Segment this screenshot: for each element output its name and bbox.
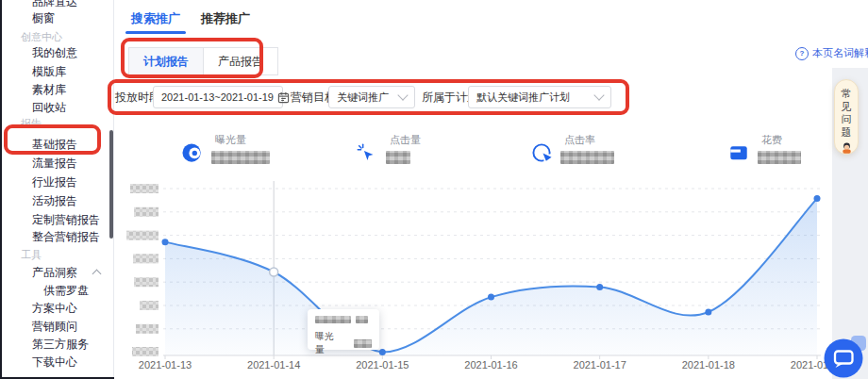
metric-label: 花费 [761,133,782,147]
y-axis-label-censored [130,184,159,193]
sidebar-item-橱窗[interactable]: 橱窗 [0,9,113,26]
tab-搜索推广[interactable]: 搜索推广 [127,0,184,38]
sidebar-item-基础报告[interactable]: 基础报告 [0,136,113,153]
metric-value-censored [386,151,410,164]
sidebar-item-label: 整合营销报告 [32,228,100,245]
sidebar-scrollbar[interactable] [109,130,113,239]
sidebar-item-label: 产品洞察 [32,264,77,281]
date-range-value: 2021-01-13~2021-01-19 [161,91,274,103]
series-area-fill [165,199,817,355]
sidebar-item-label: 下载中心 [32,354,77,371]
chevron-up-icon [92,270,102,279]
ctr-icon [531,142,552,163]
sidebar-item-label: 定制营销报告 [32,211,100,228]
sidebar-item-label: 创意中心 [21,28,62,45]
faq-tab-char: 见 [842,101,852,114]
y-axis-label-censored [133,254,159,263]
chat-bubble-icon [823,336,868,379]
marketing-goal-select[interactable]: 关键词推广 [328,86,415,108]
chevron-down-icon [397,90,408,100]
tooltip-metric-label: 曝光量 [315,330,342,356]
metric-label: 点击率 [564,133,595,147]
plan-select[interactable]: 默认关键词推广计划 [468,86,611,108]
y-axis-label-censored [134,277,159,287]
sidebar-item-第三方服务[interactable]: 第三方服务 [0,336,113,353]
chart-tooltip: 曝光量 [308,309,379,350]
sidebar-item-定制营销报告[interactable]: 定制营销报告 [0,211,113,228]
metric-value-censored [758,151,801,164]
sidebar-item-label: 活动报告 [32,192,77,209]
chat-bubble-button[interactable] [823,336,868,379]
sidebar-item-label: 我的创意 [32,44,77,61]
metric-card-曝光量: 曝光量 [182,133,270,164]
sidebar-item-我的创意[interactable]: 我的创意 [0,44,113,61]
data-point[interactable] [379,349,386,355]
chevron-down-icon [593,90,604,100]
y-axis-label-censored [136,324,159,334]
glossary-link[interactable]: ? 本页名词解释 [795,46,868,60]
x-axis-label: 2021-01-17 [574,359,626,371]
question-circle-icon: ? [795,47,809,60]
sidebar-item-模版库[interactable]: 模版库 [0,63,113,80]
sidebar-section-报告: 报告 [0,115,113,132]
x-axis-label: 2021-01-16 [464,359,517,371]
sidebar-item-label: 行业报告 [32,173,77,190]
sidebar-item-回收站[interactable]: 回收站 [0,99,113,116]
sidebar-item-label: 模版库 [32,63,66,80]
data-point[interactable] [705,308,711,315]
sidebar-item-营销顾问[interactable]: 营销顾问 [0,318,113,335]
marketing-goal-value: 关键词推广 [337,91,393,105]
promotion-tabbar: 搜索推广推荐推广 [127,0,254,38]
y-axis-label-censored [126,231,159,240]
sidebar-item-素材库[interactable]: 素材库 [0,81,113,98]
plan-value: 默认关键词推广计划 [476,91,590,105]
tab-推荐推广[interactable]: 推荐推广 [197,0,254,38]
sidebar-item-label: 工具 [21,246,42,263]
clicks-icon [357,142,377,163]
x-axis-label: 2021-01-18 [682,359,735,371]
faq-tab-label: 常见问题 [842,88,852,139]
data-point[interactable] [488,294,494,301]
y-axis-label-censored [140,301,159,310]
data-point[interactable] [596,284,603,290]
y-axis-label-censored [134,207,159,217]
subtab-产品报告[interactable]: 产品报告 [203,47,278,75]
data-point[interactable] [814,195,821,202]
sidebar-nav: 品牌直达橱窗创意中心我的创意模版库素材库回收站报告基础报告流量报告行业报告活动报… [0,0,114,379]
x-axis-label: 2021-01-14 [247,359,300,371]
service-avatar-icon [839,141,855,154]
data-point-highlighted[interactable] [270,268,278,276]
exposure-icon [182,142,203,163]
faq-tab-char: 常 [842,88,852,101]
sidebar-item-label: 营销顾问 [32,318,77,335]
metric-card-花费: 花费 [728,133,801,164]
sidebar-item-label: 回收站 [32,99,66,116]
window-left-edge [0,0,2,379]
sidebar-item-label: 供需罗盘 [43,282,89,299]
sidebar-item-方案中心[interactable]: 方案中心 [0,300,113,317]
y-axis-label-censored [132,347,159,356]
trend-chart[interactable]: 2021-01-132021-01-142021-01-152021-01-16… [123,179,832,379]
sidebar-section-创意中心: 创意中心 [0,28,113,45]
sidebar-item-活动报告[interactable]: 活动报告 [0,192,113,209]
sidebar-item-产品洞察[interactable]: 产品洞察 [0,264,113,281]
sidebar-item-下载中心[interactable]: 下载中心 [0,354,113,371]
faq-floating-tab[interactable]: 常见问题 [834,79,859,155]
x-axis-label: 2021-01-13 [139,359,192,371]
sidebar-item-label: 基础报告 [32,136,77,153]
metric-value-censored [211,151,270,164]
report-subtabs: 计划报告产品报告 [128,47,278,75]
subtab-计划报告[interactable]: 计划报告 [128,47,204,75]
cost-icon [728,142,749,163]
sidebar-item-行业报告[interactable]: 行业报告 [0,173,113,190]
sidebar-item-label: 流量报告 [32,155,77,172]
metric-value-censored [560,151,614,164]
sidebar-item-供需罗盘[interactable]: 供需罗盘 [0,282,113,299]
data-point[interactable] [162,239,169,245]
date-range-input[interactable]: 2021-01-13~2021-01-19 [153,86,283,108]
metric-label: 曝光量 [215,133,246,147]
sidebar-item-整合营销报告[interactable]: 整合营销报告 [0,228,113,245]
sidebar-item-流量报告[interactable]: 流量报告 [0,155,113,172]
sidebar-item-label: 橱窗 [32,9,55,26]
metric-card-点击率: 点击率 [531,133,614,164]
